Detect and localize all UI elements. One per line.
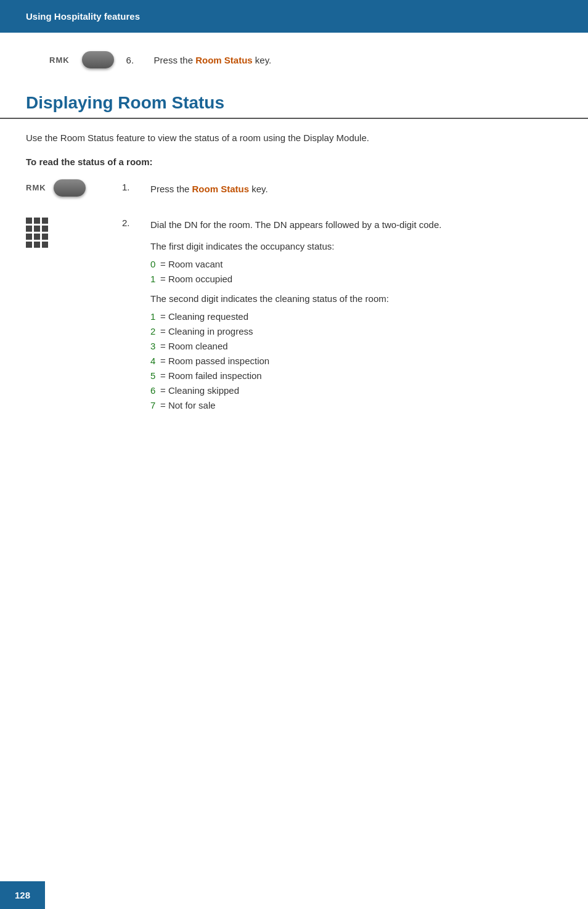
step-6-text: Press the Room Status key. bbox=[154, 55, 272, 65]
cleaning-1: 1 = Cleaning requested bbox=[150, 309, 562, 324]
rmk-label-1: RMK bbox=[26, 183, 46, 192]
step-1-number: 1. bbox=[122, 179, 141, 192]
keypad-icon bbox=[26, 218, 48, 248]
cleaning-7: 7 = Not for sale bbox=[150, 398, 562, 413]
step-1-item: RMK 1. Press the Room Status key. bbox=[26, 179, 562, 197]
cleaning-codes: 1 = Cleaning requested 2 = Cleaning in p… bbox=[150, 309, 562, 413]
key-button-1 bbox=[54, 179, 86, 197]
step-2-content: Dial the DN for the room. The DN appears… bbox=[150, 215, 562, 418]
cleaning-4: 4 = Room passed inspection bbox=[150, 354, 562, 369]
first-digit-intro: The first digit indicates the occupancy … bbox=[150, 239, 562, 253]
key-button-6 bbox=[82, 51, 114, 68]
section-title: Displaying Room Status bbox=[26, 93, 562, 113]
step-2-number: 2. bbox=[122, 215, 141, 228]
step-2-main-text: Dial the DN for the room. The DN appears… bbox=[150, 218, 562, 232]
section-intro: Use the Room Status feature to view the … bbox=[0, 131, 588, 145]
occupancy-1: 1 = Room occupied bbox=[150, 272, 562, 287]
cleaning-2: 2 = Cleaning in progress bbox=[150, 324, 562, 339]
step-1-icons: RMK bbox=[26, 179, 112, 197]
instruction-label: To read the status of a room: bbox=[0, 157, 588, 167]
page-number: 128 bbox=[15, 890, 30, 900]
step-6-number: 6. bbox=[126, 55, 142, 65]
step-2-icons bbox=[26, 215, 112, 248]
header-title: Using Hospitality features bbox=[26, 11, 140, 22]
section-title-area: Displaying Room Status bbox=[0, 93, 588, 119]
cleaning-3: 3 = Room cleaned bbox=[150, 339, 562, 354]
cleaning-5: 5 = Room failed inspection bbox=[150, 369, 562, 383]
rmk-label-6: RMK bbox=[49, 55, 70, 65]
step-6-row: RMK 6. Press the Room Status key. bbox=[0, 51, 588, 68]
occupancy-codes: 0 = Room vacant 1 = Room occupied bbox=[150, 257, 562, 287]
page-footer: 128 bbox=[0, 881, 45, 909]
cleaning-6: 6 = Cleaning skipped bbox=[150, 383, 562, 398]
second-digit-intro: The second digit indicates the cleaning … bbox=[150, 291, 562, 306]
step-2-item: 2. Dial the DN for the room. The DN appe… bbox=[26, 215, 562, 418]
step-1-content: Press the Room Status key. bbox=[150, 179, 562, 196]
steps-container: RMK 1. Press the Room Status key. 2. Dia… bbox=[0, 179, 588, 418]
header-bar: Using Hospitality features bbox=[0, 0, 588, 33]
occupancy-0: 0 = Room vacant bbox=[150, 257, 562, 272]
